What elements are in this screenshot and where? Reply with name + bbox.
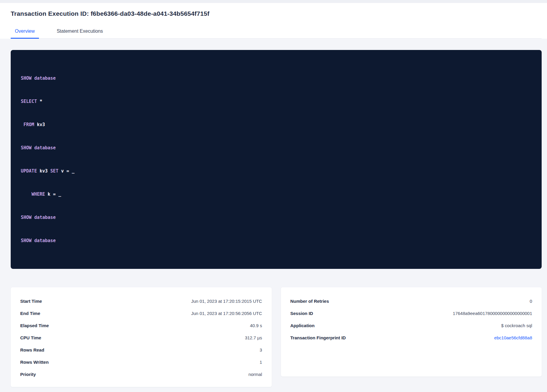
sql-line: SHOW database	[21, 144, 532, 152]
sql-keyword: SHOW database	[21, 76, 56, 81]
summary-cards-row: Start Time Jun 01, 2023 at 17:20:15:2015…	[11, 287, 542, 387]
sql-keyword: SHOW database	[21, 215, 56, 220]
sql-keyword: WHERE	[21, 192, 48, 197]
row-label: Elapsed Time	[20, 323, 49, 328]
transaction-fingerprint-link[interactable]: ebc10ae56cfd88a8	[494, 335, 532, 340]
sql-line: SELECT *	[21, 98, 532, 105]
page-header: Transaction Execution ID: f6be6366-da03-…	[0, 3, 547, 39]
row-value: normal	[249, 372, 262, 377]
row-label: CPU Time	[20, 335, 41, 340]
row-label: Application	[290, 323, 315, 328]
sql-identifier: kv3	[37, 122, 45, 127]
execution-stats-card: Start Time Jun 01, 2023 at 17:20:15:2015…	[11, 287, 272, 387]
sql-line: FROM kv3	[21, 121, 532, 128]
session-stats-card: Number of Retries 0 Session ID 17648a9ee…	[281, 287, 542, 377]
row-value: $ cockroach sql	[501, 323, 532, 328]
summary-row-priority: Priority normal	[20, 368, 262, 380]
row-label: Rows Read	[20, 347, 44, 352]
sql-line: WHERE k = _	[21, 190, 532, 198]
summary-row-elapsed-time: Elapsed Time 40.9 s	[20, 319, 262, 332]
sql-statements-box: SHOW database SELECT * FROM kv3 SHOW dat…	[11, 50, 542, 269]
summary-row-end-time: End Time Jun 01, 2023 at 17:20:56:2056 U…	[20, 307, 262, 319]
main-content: SHOW database SELECT * FROM kv3 SHOW dat…	[0, 50, 547, 392]
sql-line: UPDATE kv3 SET v = _	[21, 167, 532, 175]
row-value: Jun 01, 2023 at 17:20:15:2015 UTC	[191, 299, 262, 304]
sql-keyword: FROM	[21, 122, 37, 127]
sql-keyword: SELECT	[21, 99, 40, 104]
window-chrome-edge	[0, 0, 547, 3]
page-title: Transaction Execution ID: f6be6366-da03-…	[11, 10, 542, 17]
row-label: End Time	[20, 311, 40, 316]
sql-identifier: k = _	[48, 192, 61, 197]
tab-bar: Overview Statement Executions	[11, 26, 542, 39]
summary-row-cpu-time: CPU Time 312.7 µs	[20, 332, 262, 344]
row-value: 1	[260, 360, 262, 365]
row-value: Jun 01, 2023 at 17:20:56:2056 UTC	[191, 311, 262, 316]
row-value: 0	[530, 299, 532, 304]
sql-keyword: UPDATE	[21, 168, 40, 174]
row-label: Session ID	[290, 311, 313, 316]
summary-row-application: Application $ cockroach sql	[290, 319, 532, 332]
sql-keyword: SHOW database	[21, 238, 56, 243]
row-value: 312.7 µs	[245, 335, 262, 340]
sql-line: SHOW database	[21, 214, 532, 221]
row-label: Rows Written	[20, 360, 49, 365]
summary-row-rows-written: Rows Written 1	[20, 356, 262, 368]
sql-line: SHOW database	[21, 74, 532, 82]
sql-identifier: v = _	[61, 168, 74, 174]
summary-row-start-time: Start Time Jun 01, 2023 at 17:20:15:2015…	[20, 295, 262, 307]
sql-identifier: *	[40, 99, 42, 104]
tab-overview[interactable]: Overview	[11, 26, 39, 39]
row-label: Number of Retries	[290, 299, 329, 304]
row-label: Start Time	[20, 299, 42, 304]
tab-statement-executions[interactable]: Statement Executions	[53, 26, 107, 39]
row-label: Transaction Fingerprint ID	[290, 335, 346, 340]
sql-keyword: SET	[50, 168, 61, 174]
sql-keyword: SHOW database	[21, 145, 56, 150]
summary-row-retries: Number of Retries 0	[290, 295, 532, 307]
summary-row-session-id: Session ID 17648a9eea6017800000000000000…	[290, 307, 532, 319]
row-value: 40.9 s	[250, 323, 262, 328]
row-value: 17648a9eea6017800000000000000001	[453, 311, 532, 316]
summary-row-rows-read: Rows Read 3	[20, 344, 262, 356]
row-label: Priority	[20, 372, 36, 377]
summary-row-txn-fingerprint: Transaction Fingerprint ID ebc10ae56cfd8…	[290, 332, 532, 344]
sql-identifier: kv3	[40, 168, 50, 174]
sql-line: SHOW database	[21, 237, 532, 244]
row-value: 3	[260, 347, 262, 352]
